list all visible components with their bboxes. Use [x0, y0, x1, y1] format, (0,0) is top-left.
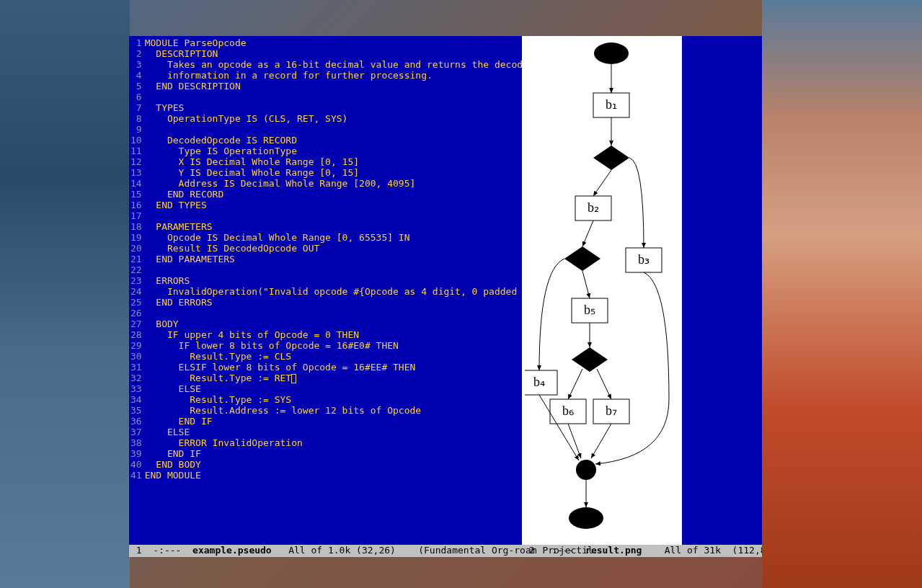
svg-line-4 [582, 271, 590, 298]
flowchart-start [594, 43, 629, 64]
svg-line-3 [582, 220, 593, 246]
modeline-position-2: All of 31k (112,854) [665, 545, 762, 556]
flowchart-decision-2 [564, 246, 600, 271]
flowchart-label-b6: b₆ [562, 404, 574, 418]
flowchart-label-b3: b₃ [638, 252, 650, 267]
flowchart-label-b4: b₄ [533, 375, 545, 389]
modeline-status: -:--- [153, 545, 181, 556]
modeline[interactable]: 1 -:--- example.pseudo All of 1.0k (32,2… [129, 545, 762, 557]
modeline-left[interactable]: 1 -:--- example.pseudo All of 1.0k (32,2… [129, 545, 522, 557]
code-buffer[interactable]: MODULE ParseOpcode DESCRIPTION Takes an … [145, 36, 522, 545]
flowchart-label-b5: b₅ [584, 303, 595, 317]
modeline-position: All of 1.0k (32,26) [288, 545, 396, 556]
editor-panes: 1 2 3 4 5 6 7 8 9 10 11 12 13 14 15 16 1… [129, 36, 762, 545]
flowchart-decision-1 [593, 146, 629, 170]
svg-line-6 [568, 369, 582, 399]
line-number-gutter: 1 2 3 4 5 6 7 8 9 10 11 12 13 14 15 16 1… [129, 36, 145, 545]
flowchart-diagram: b₁ b₂ b₃ b₅ [525, 39, 679, 529]
svg-line-7 [597, 369, 611, 399]
code-pane[interactable]: 1 2 3 4 5 6 7 8 9 10 11 12 13 14 15 16 1… [129, 36, 522, 545]
flowchart-label-b2: b₂ [588, 200, 599, 215]
text-cursor [291, 374, 296, 383]
background-left [0, 0, 130, 588]
flowchart-merge [576, 460, 596, 480]
modeline-window-num-2: 2 [529, 545, 535, 556]
svg-line-10 [591, 424, 611, 458]
flowchart-end [569, 507, 603, 529]
editor-window: 1 2 3 4 5 6 7 8 9 10 11 12 13 14 15 16 1… [129, 36, 762, 557]
background-right [762, 0, 922, 588]
modeline-window-num: 1 [136, 545, 142, 556]
svg-line-2 [593, 170, 611, 196]
modeline-right[interactable]: 2 :--- result.png All of 31k (112,854) ( [522, 545, 762, 557]
image-pane[interactable]: b₁ b₂ b₃ b₅ [522, 36, 682, 545]
modeline-filename: example.pseudo [192, 545, 272, 556]
modeline-filename-2: result.png [585, 545, 642, 556]
right-blue-margin [682, 36, 762, 545]
flowchart-label-b1: b₁ [606, 97, 617, 112]
flowchart-decision-3 [572, 347, 608, 372]
flowchart-label-b7: b₇ [606, 404, 617, 418]
modeline-status-2: :--- [551, 545, 574, 556]
